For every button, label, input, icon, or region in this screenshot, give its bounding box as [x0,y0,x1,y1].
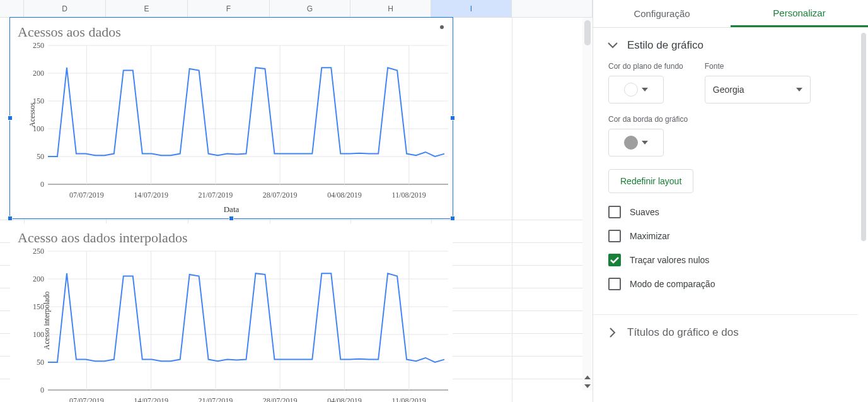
column-headers: D E F G H I [0,0,593,18]
dropdown-icon [796,88,802,92]
x-tick: 04/08/2019 [327,396,362,402]
dropdown-icon [642,141,648,145]
check-maximize[interactable]: Maximizar [608,230,843,242]
y-tick: 150 [33,302,44,312]
field-font: Fonte Georgia [705,62,811,103]
x-tick: 14/07/2019 [134,396,168,402]
x-tick: 11/08/2019 [392,396,426,402]
x-tick: 28/07/2019 [263,396,298,402]
col-header-d[interactable]: D [24,0,106,17]
x-tick: 11/08/2019 [392,191,426,200]
col-header-h[interactable]: H [350,0,431,17]
border-color-label: Cor da borda do gráfico [608,115,843,124]
chevron-down-icon [607,40,618,51]
col-header-i[interactable]: I [431,0,512,17]
sidebar-scrollbar[interactable] [860,33,867,397]
chart-a-plot: Acessos 05010015020025007/07/201914/07/2… [48,43,448,187]
bgcolor-label: Cor do plano de fundo [608,62,683,71]
tab-config[interactable]: Configuração [593,0,731,27]
y-tick: 50 [37,152,44,162]
checkbox-smooth[interactable] [608,206,621,218]
checkbox-plot-null[interactable] [608,254,621,266]
chart-editor-sidebar: Configuração Personalizar Estilo de gráf… [593,0,868,402]
y-tick: 200 [33,69,44,78]
chart-b-plot: Acesso interpolado 05010015020025007/07/… [48,249,448,393]
col-header-f[interactable]: F [188,0,270,17]
section-chart-style-header[interactable]: Estilo de gráfico [593,28,858,58]
sidebar-content: Estilo de gráfico Cor do plano de fundo … [593,28,868,402]
check-icon [610,257,619,264]
section-chart-style-body: Cor do plano de fundo Fonte Georgia Cor … [593,58,858,314]
sidebar-tabs: Configuração Personalizar [593,0,868,28]
check-plot-null[interactable]: Traçar valores nulos [608,254,843,266]
x-tick: 28/07/2019 [263,191,298,200]
field-bgcolor: Cor do plano de fundo [608,62,683,103]
chart-a-xlabel: Data [10,204,453,215]
checkbox-compare[interactable] [608,278,621,290]
check-smooth[interactable]: Suaves [608,206,843,218]
dropdown-icon [642,88,648,92]
col-header-e[interactable]: E [106,0,188,17]
col-header-spacer [0,0,24,17]
resize-handle-s[interactable] [229,216,234,221]
sidebar-scroll-thumb[interactable] [861,33,866,241]
scroll-thumb[interactable] [584,20,591,45]
chevron-right-icon [607,327,618,338]
check-maximize-label: Maximizar [630,231,670,241]
chart-b-svg [48,249,448,393]
border-color-swatch [624,136,638,150]
bgcolor-swatch [624,83,638,97]
tab-customize[interactable]: Personalizar [731,0,868,27]
font-label: Fonte [705,62,811,71]
scroll-down-icon[interactable] [582,382,593,391]
checkbox-maximize[interactable] [608,230,621,242]
font-value: Georgia [713,85,744,95]
chart-b-title: Acesso aos dados interpolados [10,223,453,249]
vertical-scrollbar[interactable] [582,18,593,391]
scroll-up-icon[interactable] [582,373,593,382]
y-tick: 100 [33,330,44,340]
check-compare-label: Modo de comparação [630,279,715,289]
y-tick: 250 [33,41,44,50]
resize-handle-e[interactable] [450,115,455,121]
bgcolor-picker[interactable] [608,76,664,103]
x-tick: 07/07/2019 [69,396,104,402]
chart-a-title: Acessos aos dados [10,18,453,43]
x-tick: 04/08/2019 [327,191,362,200]
y-tick: 0 [40,180,44,189]
resize-handle-w[interactable] [8,115,13,121]
x-tick: 21/07/2019 [199,396,233,402]
chart-menu-icon[interactable] [440,25,444,29]
chart-interpolados[interactable]: Acesso aos dados interpolados Acesso int… [10,223,453,402]
section-chart-style-title: Estilo de gráfico [627,39,703,52]
section-titles-header[interactable]: Títulos do gráfico e dos [593,314,858,343]
col-header-g[interactable]: G [270,0,350,17]
resize-handle-sw[interactable] [8,216,13,221]
x-tick: 21/07/2019 [199,191,233,200]
chart-b-ylabel: Acesso interpolado [42,292,52,350]
section-titles-title: Títulos do gráfico e dos [627,326,739,339]
x-tick: 14/07/2019 [134,191,168,200]
y-tick: 200 [33,275,44,284]
x-tick: 07/07/2019 [69,191,104,200]
y-tick: 100 [33,124,44,134]
check-compare[interactable]: Modo de comparação [608,278,843,290]
y-tick: 0 [40,386,44,395]
chart-a-svg [48,43,448,187]
chart-acessos[interactable]: Acessos aos dados Acessos 05010015020025… [10,18,453,218]
resize-handle-se[interactable] [450,216,455,221]
y-tick: 50 [37,358,44,367]
check-plot-null-label: Traçar valores nulos [630,255,709,265]
font-select[interactable]: Georgia [705,76,811,103]
y-tick: 150 [33,97,44,106]
y-tick: 250 [33,247,44,256]
spreadsheet-area: D E F G H I Acessos aos dados Acessos [0,0,593,402]
col-header-extra [512,0,593,17]
check-smooth-label: Suaves [630,207,659,217]
field-border-color: Cor da borda do gráfico [608,115,843,157]
border-color-picker[interactable] [608,129,664,157]
reset-layout-button[interactable]: Redefinir layout [608,169,693,193]
